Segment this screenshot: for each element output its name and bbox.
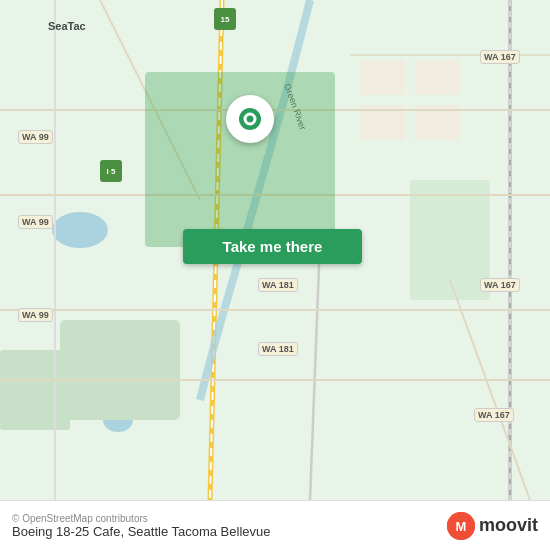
shield-wa99-bot: WA 99 (18, 308, 53, 322)
shield-i5-mid: I 5 (100, 160, 122, 182)
svg-text:SeaTac: SeaTac (48, 20, 86, 32)
moovit-logo[interactable]: M moovit (447, 512, 538, 540)
shield-wa167-bot: WA 167 (474, 408, 514, 422)
shield-wa167-mid: WA 167 (480, 278, 520, 292)
shield-wa181-bot: WA 181 (258, 342, 298, 356)
shield-wa181-mid: WA 181 (258, 278, 298, 292)
copyright-text: © OpenStreetMap contributors (12, 513, 270, 524)
take-me-there-button[interactable]: Take me there (183, 229, 362, 264)
shield-wa99-left-mid: WA 99 (18, 215, 53, 229)
moovit-text: moovit (479, 515, 538, 536)
shield-wa167-top: WA 167 (480, 50, 520, 64)
svg-point-1 (52, 212, 108, 248)
bottom-bar: © OpenStreetMap contributors Boeing 18-2… (0, 500, 550, 550)
location-label: Boeing 18-25 Cafe, Seattle Tacoma Bellev… (12, 524, 270, 539)
svg-rect-5 (0, 350, 70, 430)
svg-rect-4 (60, 320, 180, 420)
shield-wa99-left-top: WA 99 (18, 130, 53, 144)
highway-shield-i15-top: 15 (214, 8, 236, 30)
svg-point-27 (239, 108, 261, 130)
svg-text:M: M (456, 519, 467, 534)
moovit-icon: M (447, 512, 475, 540)
location-pin (226, 95, 274, 143)
svg-rect-7 (360, 60, 405, 95)
svg-rect-8 (415, 60, 460, 95)
pin-circle (226, 95, 274, 143)
bottom-left-info: © OpenStreetMap contributors Boeing 18-2… (12, 513, 270, 539)
map-container: SeaTac Green River 15 WA 99 I 5 WA 99 WA… (0, 0, 550, 500)
